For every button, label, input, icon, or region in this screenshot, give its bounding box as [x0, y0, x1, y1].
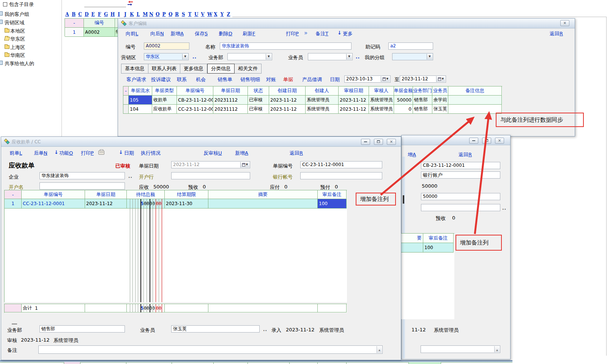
close-button[interactable]: ×: [387, 139, 396, 145]
grid-cell[interactable]: 已审核: [248, 96, 269, 105]
sidebar-item-shanghai[interactable]: 上海区: [10, 44, 25, 51]
grid-cell[interactable]: 系统管理员: [306, 96, 339, 105]
name-field[interactable]: 华东捷波装饰: [220, 42, 351, 50]
due-date-cell[interactable]: 2023-11-30: [165, 199, 208, 209]
amount-cell[interactable]: 0: [394, 105, 413, 114]
summary-cell[interactable]: [208, 199, 318, 209]
col-doc-no[interactable]: 单据编号: [177, 86, 213, 96]
sidebar-item-local-region[interactable]: 本地区: [10, 28, 25, 35]
alphabet-letter[interactable]: E: [91, 12, 95, 17]
add-button[interactable]: 新增A: [235, 150, 248, 157]
col-dept[interactable]: 业务部门: [413, 86, 432, 96]
doc-serial-cell-selected[interactable]: 105: [129, 96, 152, 105]
col-post-audit-note[interactable]: 审后备注: [423, 234, 454, 243]
subtab-sales-detail[interactable]: 销售明细: [240, 76, 260, 83]
alphabet-letter[interactable]: D: [85, 12, 88, 17]
account-name-field[interactable]: [39, 182, 125, 190]
alphabet-letter[interactable]: U: [194, 12, 198, 17]
alphabet-letter[interactable]: O: [156, 12, 159, 17]
col-summary[interactable]: 摘要: [208, 190, 318, 199]
grid-cell[interactable]: [401, 243, 423, 253]
minimize-button[interactable]: [469, 138, 478, 144]
alphabet-letter[interactable]: W: [207, 12, 211, 17]
doc-date-cell[interactable]: 2023-11-12: [85, 199, 127, 209]
splitter-handle[interactable]: [12, 323, 17, 325]
post-audit-note-cell-selected[interactable]: 100: [318, 199, 347, 209]
grid-cell[interactable]: CB-23-11-12-0001: [177, 96, 213, 105]
col-audit-date[interactable]: 审核日期: [339, 86, 369, 96]
row-leader[interactable]: [123, 105, 129, 114]
alphabet-letter[interactable]: X: [214, 12, 218, 17]
amount-cell[interactable]: 50000: [394, 96, 413, 105]
tab-category-info[interactable]: 分类信息: [207, 64, 235, 74]
doc-no-field[interactable]: CC-23-11-12-0001: [300, 161, 382, 168]
restore-button[interactable]: [482, 138, 491, 144]
filter-underline[interactable]: [84, 7, 126, 7]
dropdown-icon[interactable]: ▼: [427, 54, 432, 60]
col-auditor[interactable]: 审核人: [369, 86, 394, 96]
salesman-more-button[interactable]: ..: [263, 327, 267, 332]
prev-doc-button[interactable]: 前单L: [9, 150, 22, 157]
include-subdir-row[interactable]: 包含子目录: [3, 1, 34, 8]
next-doc-button[interactable]: 后单N: [34, 150, 47, 157]
alphabet-letter[interactable]: N: [149, 12, 153, 17]
remark-field[interactable]: ▲▼: [421, 345, 500, 353]
customer-list-mini-table[interactable]: - 编号 1 A0002 华: [65, 18, 118, 36]
col-doc-no[interactable]: 单据编号: [22, 190, 85, 199]
scrollbar-thumb[interactable]: [403, 195, 404, 204]
alphabet-letter[interactable]: M: [143, 12, 147, 17]
delete-button[interactable]: 删除D: [219, 30, 232, 37]
tab-contact-list[interactable]: 联系人列表: [148, 64, 180, 74]
sidebar-item-south-china[interactable]: 华南区: [10, 52, 25, 59]
minimize-button[interactable]: [361, 139, 370, 145]
col-note-info[interactable]: 备注信息: [448, 86, 502, 96]
return-button[interactable]: 返回R: [290, 150, 303, 157]
grid-cell[interactable]: 20231112: [213, 105, 248, 114]
empty-field[interactable]: [421, 204, 500, 211]
code-column-header[interactable]: 编号: [84, 19, 115, 28]
return-button[interactable]: 返回R: [550, 30, 563, 37]
execution-status-button[interactable]: 执行情况: [141, 150, 161, 157]
col-salesman[interactable]: 业务员: [432, 86, 448, 96]
receipt-row-1[interactable]: 100: [401, 243, 454, 253]
more-button[interactable]: ..: [502, 206, 506, 211]
dropdown-icon[interactable]: ▼: [182, 54, 188, 60]
alphabet-letter[interactable]: Z: [227, 12, 230, 17]
add-button-partial[interactable]: 增A: [408, 151, 416, 158]
doc-date-field[interactable]: 2023-11-12▼: [171, 161, 250, 168]
grid-cell[interactable]: 20231112: [213, 96, 248, 105]
row-index-cell[interactable]: 1: [65, 28, 84, 37]
add-button[interactable]: 新增A: [170, 30, 184, 37]
include-subdir-checkbox[interactable]: [3, 2, 7, 6]
col-marker[interactable]: -: [123, 86, 129, 96]
alphabet-letter[interactable]: V: [201, 12, 205, 17]
more-button[interactable]: 更多: [343, 30, 353, 37]
grid-cell[interactable]: 应收款单: [152, 105, 177, 114]
note-info-cell[interactable]: [448, 105, 502, 114]
customer-window-titlebar[interactable]: 客户编辑 ×: [118, 19, 575, 28]
col-pending-amount[interactable]: 待结总额: [127, 190, 165, 199]
col-doc-date[interactable]: 单据日期: [85, 190, 127, 199]
next-button[interactable]: 向后N: [150, 30, 164, 37]
close-button[interactable]: ×: [495, 138, 504, 144]
col-doc-type[interactable]: 单据类型: [152, 86, 177, 96]
company-more-button[interactable]: ..: [128, 174, 132, 179]
grid-cell[interactable]: CC-23-11-12-0001: [177, 105, 213, 114]
note-button[interactable]: 备注T: [315, 30, 328, 37]
subtab-sales-order[interactable]: 销售单: [218, 76, 232, 83]
dropdown-icon[interactable]: ▼: [266, 54, 271, 60]
alphabet-letter[interactable]: Q: [169, 12, 172, 17]
col-settle-term[interactable]: 结算期限: [165, 190, 208, 199]
alphabet-letter[interactable]: Y: [220, 12, 224, 17]
row-number-cell[interactable]: 1: [5, 199, 22, 209]
code-field[interactable]: A0002: [144, 42, 189, 50]
return-button[interactable]: 返回R: [459, 151, 472, 158]
tab-basic-info[interactable]: 基本信息: [121, 64, 148, 74]
code-cell[interactable]: A0002: [84, 28, 115, 37]
bank-account-field[interactable]: [300, 172, 382, 179]
subtab-product-loan[interactable]: 产品借调: [302, 76, 322, 83]
subtab-customer-request[interactable]: 客户请求: [126, 76, 146, 83]
grid-cell[interactable]: 余学前: [432, 96, 448, 105]
bank-branch-field[interactable]: [171, 172, 250, 179]
receivable-row-1[interactable]: 1 CC-23-11-12-0001 2023-11-12 5 0000 00 …: [5, 199, 347, 209]
